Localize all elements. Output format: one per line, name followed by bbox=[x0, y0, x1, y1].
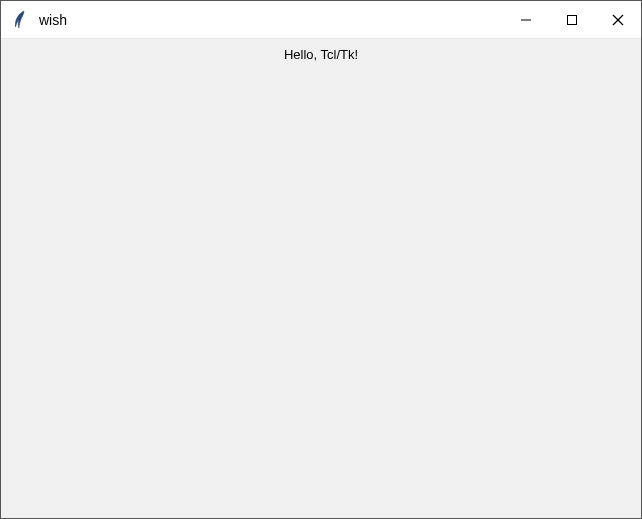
minimize-button[interactable] bbox=[503, 1, 549, 38]
client-area: Hello, Tcl/Tk! bbox=[1, 39, 641, 518]
minimize-icon bbox=[521, 15, 531, 25]
window-titlebar: wish bbox=[1, 1, 641, 39]
close-button[interactable] bbox=[595, 1, 641, 38]
hello-label: Hello, Tcl/Tk! bbox=[284, 47, 358, 62]
svg-rect-1 bbox=[568, 15, 577, 24]
close-icon bbox=[612, 14, 624, 26]
maximize-icon bbox=[567, 15, 577, 25]
feather-icon bbox=[11, 9, 29, 31]
maximize-button[interactable] bbox=[549, 1, 595, 38]
window-title: wish bbox=[39, 12, 503, 28]
window-controls bbox=[503, 1, 641, 38]
